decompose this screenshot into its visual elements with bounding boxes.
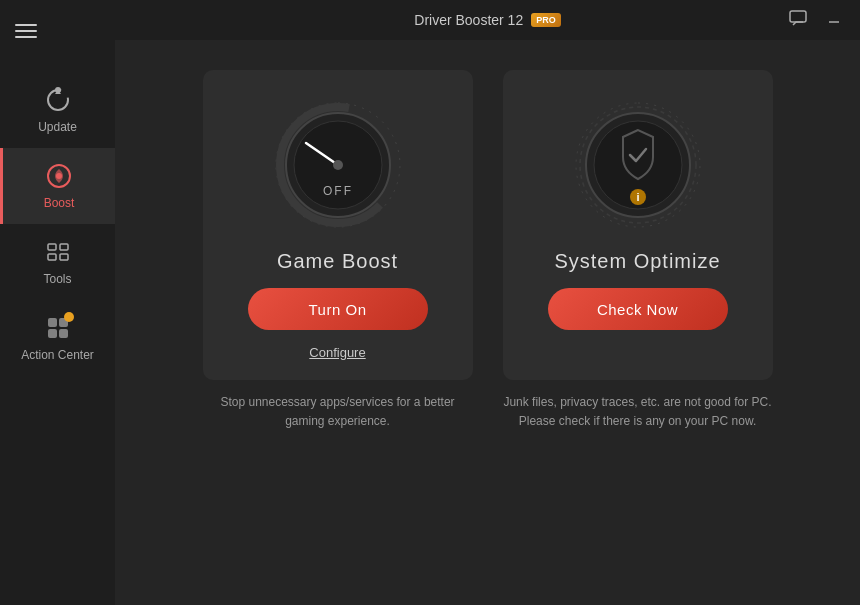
app-title-area: Driver Booster 12 PRO bbox=[190, 12, 785, 28]
svg-rect-7 bbox=[60, 254, 68, 260]
svg-text:OFF: OFF bbox=[323, 184, 353, 198]
game-boost-description: Stop unnecessary apps/services for a bet… bbox=[203, 385, 473, 431]
sidebar-item-boost[interactable]: Boost bbox=[0, 148, 115, 224]
svg-rect-6 bbox=[48, 254, 56, 260]
svg-point-3 bbox=[56, 173, 62, 179]
descriptions-row: Stop unnecessary apps/services for a bet… bbox=[193, 385, 783, 431]
menu-icon[interactable] bbox=[0, 10, 52, 52]
sidebar-item-update-label: Update bbox=[38, 120, 77, 134]
game-boost-card: OFF Game Boost Turn On Configure bbox=[203, 70, 473, 380]
sidebar: Update Boost Tools bbox=[0, 0, 115, 605]
update-icon bbox=[44, 86, 72, 114]
game-boost-desc-text: Stop unnecessary apps/services for a bet… bbox=[203, 393, 473, 431]
boost-icon bbox=[45, 162, 73, 190]
sidebar-item-action-center[interactable]: Action Center bbox=[0, 300, 115, 376]
svg-point-19 bbox=[333, 160, 343, 170]
configure-link[interactable]: Configure bbox=[309, 345, 365, 360]
svg-rect-4 bbox=[48, 244, 56, 250]
game-boost-turn-on-button[interactable]: Turn On bbox=[248, 288, 428, 330]
pro-badge: PRO bbox=[531, 13, 561, 27]
system-optimize-card: i System Optimize Check Now bbox=[503, 70, 773, 380]
game-boost-gauge: OFF bbox=[268, 95, 408, 235]
sidebar-item-tools[interactable]: Tools bbox=[0, 224, 115, 300]
sidebar-item-update[interactable]: Update bbox=[0, 72, 115, 148]
main-content: Driver Booster 12 PRO bbox=[115, 0, 860, 605]
titlebar: Driver Booster 12 PRO bbox=[115, 0, 860, 40]
svg-rect-11 bbox=[59, 329, 68, 338]
sidebar-item-tools-label: Tools bbox=[43, 272, 71, 286]
system-optimize-title: System Optimize bbox=[554, 250, 720, 273]
cards-row: OFF Game Boost Turn On Configure bbox=[145, 70, 830, 380]
minimize-button[interactable] bbox=[823, 9, 845, 31]
titlebar-actions bbox=[785, 8, 845, 32]
system-optimize-description: Junk files, privacy traces, etc. are not… bbox=[503, 385, 773, 431]
svg-rect-12 bbox=[790, 11, 806, 22]
game-boost-title: Game Boost bbox=[277, 250, 398, 273]
sidebar-item-action-center-label: Action Center bbox=[21, 348, 94, 362]
chat-button[interactable] bbox=[785, 8, 811, 32]
action-center-notification-dot bbox=[64, 312, 74, 322]
system-optimize-gauge: i bbox=[568, 95, 708, 235]
check-now-button[interactable]: Check Now bbox=[548, 288, 728, 330]
tools-icon bbox=[44, 238, 72, 266]
svg-rect-10 bbox=[48, 329, 57, 338]
svg-rect-8 bbox=[48, 318, 57, 327]
app-title: Driver Booster 12 bbox=[414, 12, 523, 28]
cards-area: OFF Game Boost Turn On Configure bbox=[115, 40, 860, 605]
svg-text:i: i bbox=[636, 191, 639, 203]
action-center-icon bbox=[44, 314, 72, 342]
svg-rect-5 bbox=[60, 244, 68, 250]
system-optimize-desc-text: Junk files, privacy traces, etc. are not… bbox=[503, 393, 773, 431]
sidebar-item-boost-label: Boost bbox=[44, 196, 75, 210]
